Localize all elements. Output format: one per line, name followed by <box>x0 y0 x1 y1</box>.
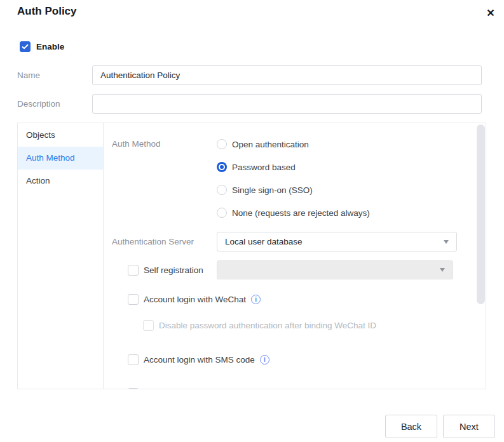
radio-password-based[interactable] <box>217 162 227 172</box>
panel-content: Auth Method Open authentication Password… <box>104 123 486 389</box>
sms-login-row[interactable]: Account login with SMS code i <box>128 354 269 365</box>
auth-server-select[interactable]: Local user database <box>217 232 457 251</box>
wechat-disable-password-label: Disable password authentication after bi… <box>159 321 376 330</box>
tab-objects[interactable]: Objects <box>18 124 103 147</box>
radio-open-auth[interactable] <box>217 139 227 149</box>
auth-server-label: Authentication Server <box>112 237 194 246</box>
enable-row: Enable <box>20 41 64 52</box>
auth-server-value: Local user database <box>225 237 444 246</box>
wechat-info-icon[interactable]: i <box>251 295 261 304</box>
next-button[interactable]: Next <box>443 415 495 438</box>
chevron-down-icon <box>444 240 449 244</box>
radio-none-label: None (requests are rejected always) <box>232 208 370 218</box>
radio-open-auth-label: Open authentication <box>232 140 309 149</box>
settings-panel: Objects Auth Method Action Auth Method O… <box>17 123 486 389</box>
close-icon[interactable]: ✕ <box>483 5 498 20</box>
enable-label: Enable <box>36 42 64 51</box>
tab-auth-method[interactable]: Auth Method <box>18 147 103 170</box>
radio-row-password-based[interactable]: Password based <box>217 161 296 173</box>
radio-sso[interactable] <box>217 185 227 195</box>
wechat-login-label: Account login with WeChat <box>144 295 246 304</box>
panel-sidebar: Objects Auth Method Action <box>18 123 104 389</box>
radio-row-sso[interactable]: Single sign-on (SSO) <box>217 184 313 196</box>
back-button[interactable]: Back <box>385 415 437 438</box>
auth-method-label: Auth Method <box>112 139 161 149</box>
partial-row-checkbox <box>128 388 139 389</box>
auth-policy-dialog: Auth Policy ✕ Enable Name Description Ob… <box>0 0 504 442</box>
self-registration-checkbox[interactable] <box>128 265 139 276</box>
tab-action[interactable]: Action <box>18 170 103 192</box>
radio-none[interactable] <box>217 208 227 218</box>
wechat-login-checkbox[interactable] <box>128 294 139 305</box>
self-registration-label: Self registration <box>144 265 203 275</box>
radio-row-none[interactable]: None (requests are rejected always) <box>217 207 370 218</box>
wechat-login-row[interactable]: Account login with WeChat i <box>128 294 261 305</box>
sms-login-checkbox[interactable] <box>128 354 139 365</box>
sms-login-label: Account login with SMS code <box>144 355 255 365</box>
radio-password-based-label: Password based <box>232 163 296 172</box>
sms-info-icon[interactable]: i <box>260 355 269 365</box>
dialog-title: Auth Policy <box>17 5 77 18</box>
partial-row-info-icon <box>242 389 252 389</box>
wechat-disable-password-checkbox <box>143 320 154 331</box>
description-input[interactable] <box>92 94 482 114</box>
radio-sso-label: Single sign-on (SSO) <box>232 185 313 195</box>
chevron-down-icon <box>440 268 445 272</box>
self-registration-select <box>217 260 453 279</box>
description-label: Description <box>17 99 60 109</box>
self-registration-row[interactable]: Self registration <box>128 265 203 276</box>
name-label: Name <box>17 70 40 80</box>
enable-checkbox[interactable] <box>20 41 31 52</box>
panel-scrollbar-thumb[interactable] <box>477 124 485 304</box>
name-input[interactable] <box>92 65 482 85</box>
wechat-disable-password-row: Disable password authentication after bi… <box>143 320 376 331</box>
radio-row-open-auth[interactable]: Open authentication <box>217 138 309 150</box>
